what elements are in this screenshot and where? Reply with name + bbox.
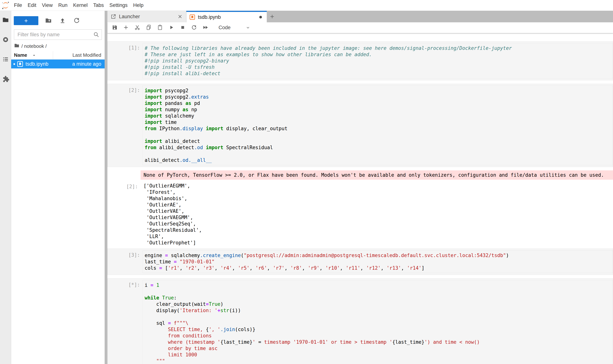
menu-kernel[interactable]: Kernel [70, 2, 91, 8]
restart-and-run-all-button[interactable] [202, 24, 209, 31]
tab-label: Launcher [119, 14, 177, 20]
output-line: 'SpectralResidual', [144, 227, 613, 233]
menu-tabs[interactable]: Tabs [91, 2, 107, 8]
menu-items: FileEditViewRunKernelTabsSettingsHelp [11, 2, 146, 8]
output-line: 'OutlierSeq2Seq', [144, 221, 613, 227]
menu-edit[interactable]: Edit [25, 2, 39, 8]
output-line: 'OutlierVAE', [144, 208, 613, 214]
launcher-tab-icon [110, 13, 116, 20]
add-tab-button[interactable] [267, 11, 278, 22]
stderr-line: None of PyTorch, TensorFlow >= 2.0, or F… [144, 172, 613, 178]
cell-editor[interactable]: import psycopg2import psycopg2.extrasimp… [143, 86, 613, 165]
new-folder-icon [45, 17, 52, 25]
restart-kernel-button[interactable] [190, 24, 198, 31]
tab-tsdb-ipynb[interactable]: tsdb.ipynb [186, 11, 267, 22]
search-icon [93, 31, 100, 38]
save-notebook-button[interactable] [111, 24, 118, 31]
insert-cell-below-button[interactable] [122, 24, 130, 31]
menu-file[interactable]: File [11, 2, 25, 8]
copy-cells-button[interactable] [145, 24, 152, 31]
stop-icon [180, 24, 186, 31]
menu-settings[interactable]: Settings [107, 2, 131, 8]
filter-files-input[interactable] [14, 29, 102, 40]
cell-prompt: [*]: [109, 280, 143, 364]
new-launcher-button[interactable]: + [14, 16, 38, 25]
refresh-file-list-button[interactable] [73, 16, 81, 25]
column-header-name[interactable]: Name [11, 51, 53, 59]
cell-prompt: [2]: [108, 182, 140, 247]
activity-bar [0, 11, 11, 364]
code-line: #!pip install alibi-detect [145, 70, 613, 77]
cell-editor[interactable]: i = 1 while True: clear_output(wait=True… [143, 280, 613, 364]
output-line: ['OutlierAEGMM', [144, 183, 613, 189]
puzzle-icon [2, 76, 9, 83]
code-line [145, 313, 613, 320]
notebook-result-block: [2]:['OutlierAEGMM', 'IForest', 'Mahalan… [108, 182, 613, 247]
file-list: tsdb.ipynba minute ago [11, 60, 105, 68]
dirty-indicator[interactable] [258, 14, 264, 20]
notebook-file-icon [17, 61, 23, 67]
jupyter-logo [1, 1, 10, 10]
code-line: import sqlalchemy [145, 113, 613, 119]
file-filter [14, 29, 102, 40]
column-header-last-modified[interactable]: Last Modified [53, 52, 105, 58]
run-cell-button[interactable] [167, 24, 175, 31]
file-list-header: Name Last Modified [11, 51, 105, 60]
execute-result: ['OutlierAEGMM', 'IForest', 'Mahalanobis… [140, 182, 613, 247]
code-line: from alibi_detect.od import SpectralResi… [145, 144, 613, 151]
code-line [145, 288, 613, 295]
code-line: # These are just left in as examples to … [145, 51, 613, 58]
sidebar-resize-handle[interactable] [105, 11, 108, 364]
folder-icon [2, 16, 9, 24]
tab-launcher[interactable]: Launcher [108, 11, 186, 22]
breadcrumb-path[interactable]: / notebook / [21, 43, 47, 49]
upload-icon [59, 17, 66, 25]
interrupt-kernel-button[interactable] [179, 24, 186, 31]
cell-type-dropdown[interactable]: Code [217, 24, 252, 32]
cell-type-label: Code [218, 25, 231, 30]
notebook-toolbar: Code [108, 22, 613, 33]
sidebar-tab-table-of-contents[interactable] [2, 56, 9, 63]
menu-help[interactable]: Help [130, 2, 146, 8]
run-all-icon [202, 24, 208, 31]
code-line: alibi_detect.od.__all__ [145, 157, 613, 163]
notebook-input-block: [*]:i = 1 while True: clear_output(wait=… [108, 278, 613, 364]
menu-view[interactable]: View [39, 2, 55, 8]
new-folder-button[interactable] [44, 16, 53, 25]
code-line: order by time asc [145, 345, 613, 351]
code-line: cols = ['r1', 'r2', 'r3', 'r4', 'r5', 'r… [145, 265, 613, 271]
code-line: i = 1 [145, 282, 613, 288]
upload-files-button[interactable] [58, 16, 67, 25]
file-row[interactable]: tsdb.ipynba minute ago [11, 60, 105, 68]
folder-icon [14, 43, 20, 50]
main-dock-panel: Launchertsdb.ipynb Code [1]:# The follow… [108, 11, 613, 364]
toc-icon [2, 56, 9, 64]
output-line: 'OutlierProphet'] [144, 240, 613, 246]
sidebar-tab-running-sessions[interactable] [2, 36, 9, 43]
code-line: last_time = "1970-01-01" [145, 259, 613, 265]
name-column-label: Name [14, 52, 27, 58]
add-icon [123, 24, 129, 31]
code-line [145, 151, 613, 157]
cut-cells-button[interactable] [134, 24, 141, 31]
file-name: tsdb.ipynb [26, 61, 72, 67]
sidebar-tab-file-browser[interactable] [2, 16, 9, 24]
code-line: #!pip install -U tsfresh [145, 64, 613, 70]
code-line: import pandas as pd [145, 100, 613, 106]
code-line: where (timestamp '{last_time}' = timesta… [145, 339, 613, 345]
running-icon [2, 36, 9, 44]
code-line: import numpy as np [145, 106, 613, 113]
notebook-tab-icon [189, 14, 195, 20]
close-tab-icon[interactable] [177, 13, 183, 20]
output-line: 'OutlierAE', [144, 202, 613, 208]
sidebar-tab-extension-manager[interactable] [2, 76, 9, 83]
output-line: 'IForest', [144, 189, 613, 195]
output-line: 'OutlierVAEGMM', [144, 214, 613, 221]
paste-cells-button[interactable] [156, 24, 164, 31]
code-line: import psycopg2.extras [145, 94, 613, 100]
menu-run[interactable]: Run [55, 2, 70, 8]
cell-editor[interactable]: # The following libraries have already b… [143, 43, 613, 78]
code-line: # The following libraries have already b… [145, 45, 613, 51]
cell-editor[interactable]: engine = sqlalchemy.create_engine("postg… [143, 250, 613, 273]
breadcrumb[interactable]: / notebook / [11, 41, 105, 51]
